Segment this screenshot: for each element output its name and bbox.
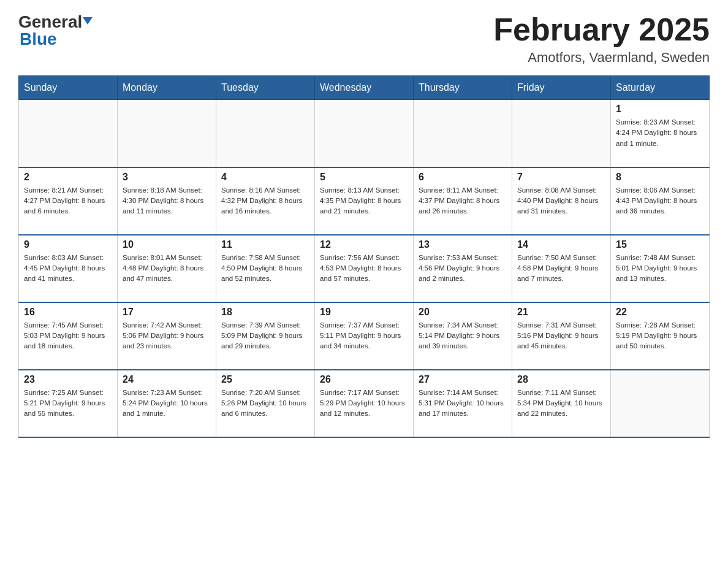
calendar-table: SundayMondayTuesdayWednesdayThursdayFrid…: [18, 75, 710, 438]
calendar-cell: [512, 100, 611, 167]
day-info: Sunrise: 7:48 AM Sunset: 5:01 PM Dayligh…: [616, 253, 704, 285]
day-number: 15: [616, 239, 704, 250]
day-info: Sunrise: 7:42 AM Sunset: 5:06 PM Dayligh…: [123, 320, 211, 352]
day-number: 8: [616, 172, 704, 183]
day-number: 4: [221, 172, 309, 183]
weekday-header-tuesday: Tuesday: [216, 76, 315, 100]
logo: General Blue: [18, 12, 93, 49]
day-number: 25: [221, 374, 309, 385]
day-info: Sunrise: 7:58 AM Sunset: 4:50 PM Dayligh…: [221, 253, 309, 285]
day-info: Sunrise: 7:28 AM Sunset: 5:19 PM Dayligh…: [616, 320, 704, 352]
day-info: Sunrise: 8:13 AM Sunset: 4:35 PM Dayligh…: [320, 185, 408, 217]
day-info: Sunrise: 8:06 AM Sunset: 4:43 PM Dayligh…: [616, 185, 704, 217]
calendar-cell: 8Sunrise: 8:06 AM Sunset: 4:43 PM Daylig…: [611, 167, 710, 235]
day-info: Sunrise: 8:16 AM Sunset: 4:32 PM Dayligh…: [221, 185, 309, 217]
calendar-cell: [315, 100, 414, 167]
weekday-header-monday: Monday: [118, 76, 216, 100]
weekday-header-sunday: Sunday: [19, 76, 118, 100]
calendar-cell: 26Sunrise: 7:17 AM Sunset: 5:29 PM Dayli…: [315, 370, 414, 437]
day-info: Sunrise: 7:25 AM Sunset: 5:21 PM Dayligh…: [24, 388, 112, 419]
day-number: 19: [320, 307, 408, 318]
day-info: Sunrise: 8:03 AM Sunset: 4:45 PM Dayligh…: [24, 253, 112, 285]
weekday-header-row: SundayMondayTuesdayWednesdayThursdayFrid…: [19, 76, 710, 100]
page-header: General Blue February 2025 Amotfors, Vae…: [18, 12, 710, 66]
calendar-cell: 17Sunrise: 7:42 AM Sunset: 5:06 PM Dayli…: [118, 302, 216, 370]
day-info: Sunrise: 7:11 AM Sunset: 5:34 PM Dayligh…: [517, 388, 605, 419]
calendar-cell: 25Sunrise: 7:20 AM Sunset: 5:26 PM Dayli…: [216, 370, 315, 437]
day-number: 22: [616, 307, 704, 318]
day-info: Sunrise: 8:23 AM Sunset: 4:24 PM Dayligh…: [616, 117, 704, 149]
day-info: Sunrise: 7:31 AM Sunset: 5:16 PM Dayligh…: [517, 320, 605, 352]
calendar-cell: [414, 100, 512, 167]
calendar-cell: 18Sunrise: 7:39 AM Sunset: 5:09 PM Dayli…: [216, 302, 315, 370]
calendar-cell: 13Sunrise: 7:53 AM Sunset: 4:56 PM Dayli…: [414, 235, 512, 302]
day-number: 13: [419, 239, 507, 250]
weekday-header-thursday: Thursday: [414, 76, 512, 100]
day-number: 3: [123, 172, 211, 183]
calendar-cell: [118, 100, 216, 167]
day-number: 7: [517, 172, 605, 183]
calendar-cell: 14Sunrise: 7:50 AM Sunset: 4:58 PM Dayli…: [512, 235, 611, 302]
calendar-week-row: 2Sunrise: 8:21 AM Sunset: 4:27 PM Daylig…: [19, 167, 710, 235]
calendar-cell: 28Sunrise: 7:11 AM Sunset: 5:34 PM Dayli…: [512, 370, 611, 437]
calendar-cell: 4Sunrise: 8:16 AM Sunset: 4:32 PM Daylig…: [216, 167, 315, 235]
day-info: Sunrise: 7:14 AM Sunset: 5:31 PM Dayligh…: [419, 388, 507, 419]
day-info: Sunrise: 8:18 AM Sunset: 4:30 PM Dayligh…: [123, 185, 211, 217]
day-number: 6: [419, 172, 507, 183]
calendar-cell: 9Sunrise: 8:03 AM Sunset: 4:45 PM Daylig…: [19, 235, 118, 302]
day-info: Sunrise: 7:20 AM Sunset: 5:26 PM Dayligh…: [221, 388, 309, 419]
calendar-cell: 20Sunrise: 7:34 AM Sunset: 5:14 PM Dayli…: [414, 302, 512, 370]
logo-triangle-container: [82, 18, 93, 26]
day-info: Sunrise: 8:08 AM Sunset: 4:40 PM Dayligh…: [517, 185, 605, 217]
day-info: Sunrise: 7:56 AM Sunset: 4:53 PM Dayligh…: [320, 253, 408, 285]
calendar-cell: 10Sunrise: 8:01 AM Sunset: 4:48 PM Dayli…: [118, 235, 216, 302]
calendar-body: 1Sunrise: 8:23 AM Sunset: 4:24 PM Daylig…: [19, 100, 710, 437]
day-number: 9: [24, 239, 112, 250]
day-number: 28: [517, 374, 605, 385]
calendar-cell: 21Sunrise: 7:31 AM Sunset: 5:16 PM Dayli…: [512, 302, 611, 370]
calendar-cell: 22Sunrise: 7:28 AM Sunset: 5:19 PM Dayli…: [611, 302, 710, 370]
day-number: 2: [24, 172, 112, 183]
weekday-header-saturday: Saturday: [611, 76, 710, 100]
day-number: 18: [221, 307, 309, 318]
calendar-cell: 5Sunrise: 8:13 AM Sunset: 4:35 PM Daylig…: [315, 167, 414, 235]
weekday-header-wednesday: Wednesday: [315, 76, 414, 100]
calendar-cell: 24Sunrise: 7:23 AM Sunset: 5:24 PM Dayli…: [118, 370, 216, 437]
calendar-cell: 11Sunrise: 7:58 AM Sunset: 4:50 PM Dayli…: [216, 235, 315, 302]
day-info: Sunrise: 7:39 AM Sunset: 5:09 PM Dayligh…: [221, 320, 309, 352]
calendar-cell: [611, 370, 710, 437]
day-number: 20: [419, 307, 507, 318]
weekday-header-friday: Friday: [512, 76, 611, 100]
logo-triangle-icon: [83, 17, 93, 25]
calendar-cell: 19Sunrise: 7:37 AM Sunset: 5:11 PM Dayli…: [315, 302, 414, 370]
calendar-cell: 15Sunrise: 7:48 AM Sunset: 5:01 PM Dayli…: [611, 235, 710, 302]
location-text: Amotfors, Vaermland, Sweden: [493, 50, 710, 66]
calendar-week-row: 23Sunrise: 7:25 AM Sunset: 5:21 PM Dayli…: [19, 370, 710, 437]
calendar-week-row: 1Sunrise: 8:23 AM Sunset: 4:24 PM Daylig…: [19, 100, 710, 167]
calendar-cell: 2Sunrise: 8:21 AM Sunset: 4:27 PM Daylig…: [19, 167, 118, 235]
calendar-cell: 23Sunrise: 7:25 AM Sunset: 5:21 PM Dayli…: [19, 370, 118, 437]
calendar-header: SundayMondayTuesdayWednesdayThursdayFrid…: [19, 76, 710, 100]
day-number: 12: [320, 239, 408, 250]
calendar-cell: 3Sunrise: 8:18 AM Sunset: 4:30 PM Daylig…: [118, 167, 216, 235]
calendar-cell: 7Sunrise: 8:08 AM Sunset: 4:40 PM Daylig…: [512, 167, 611, 235]
calendar-cell: 1Sunrise: 8:23 AM Sunset: 4:24 PM Daylig…: [611, 100, 710, 167]
day-number: 11: [221, 239, 309, 250]
day-info: Sunrise: 7:45 AM Sunset: 5:03 PM Dayligh…: [24, 320, 112, 352]
calendar-week-row: 9Sunrise: 8:03 AM Sunset: 4:45 PM Daylig…: [19, 235, 710, 302]
day-number: 5: [320, 172, 408, 183]
day-info: Sunrise: 8:11 AM Sunset: 4:37 PM Dayligh…: [419, 185, 507, 217]
day-number: 16: [24, 307, 112, 318]
day-info: Sunrise: 7:37 AM Sunset: 5:11 PM Dayligh…: [320, 320, 408, 352]
day-info: Sunrise: 8:01 AM Sunset: 4:48 PM Dayligh…: [123, 253, 211, 285]
calendar-cell: 12Sunrise: 7:56 AM Sunset: 4:53 PM Dayli…: [315, 235, 414, 302]
month-title: February 2025: [493, 12, 710, 47]
calendar-week-row: 16Sunrise: 7:45 AM Sunset: 5:03 PM Dayli…: [19, 302, 710, 370]
day-number: 10: [123, 239, 211, 250]
day-info: Sunrise: 7:23 AM Sunset: 5:24 PM Dayligh…: [123, 388, 211, 419]
day-info: Sunrise: 8:21 AM Sunset: 4:27 PM Dayligh…: [24, 185, 112, 217]
calendar-cell: [216, 100, 315, 167]
calendar-cell: 27Sunrise: 7:14 AM Sunset: 5:31 PM Dayli…: [414, 370, 512, 437]
day-number: 24: [123, 374, 211, 385]
day-number: 1: [616, 104, 704, 115]
